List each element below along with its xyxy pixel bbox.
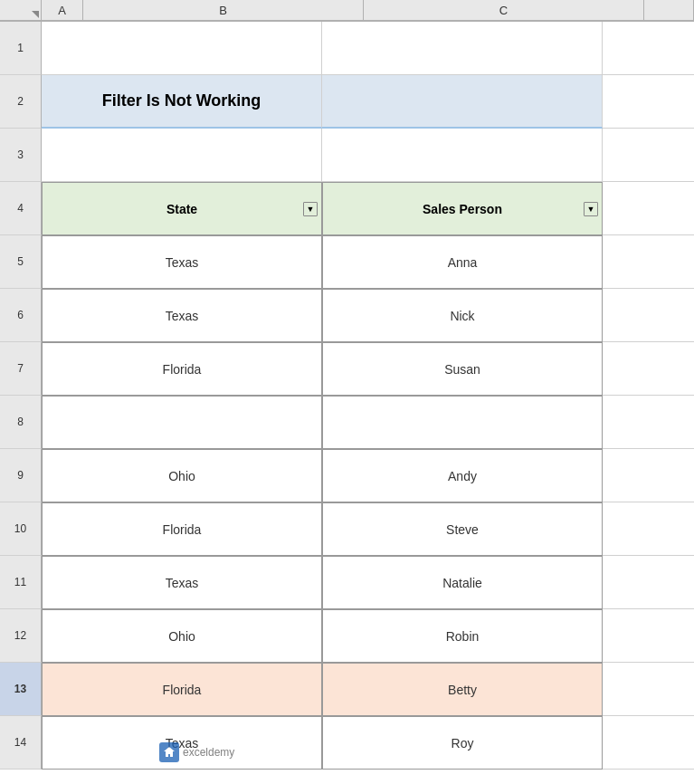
cell-state-10[interactable]: Florida [42,502,322,556]
cell-c3[interactable] [322,129,603,182]
cell-state-13[interactable]: Florida [42,663,322,716]
cell-d2 [603,75,694,129]
row-num-11[interactable]: 11 [0,556,42,609]
cell-sales-8[interactable] [322,396,603,449]
cell-sales-9[interactable]: Andy [322,449,603,502]
header-state[interactable]: State ▼ [42,182,322,235]
cell-state-11[interactable]: Texas [42,556,322,609]
cell-d5 [603,235,694,289]
table-row: Florida Steve [42,502,694,556]
cell-sales-7[interactable]: Susan [322,342,603,396]
header-state-label: State [166,202,197,216]
cell-sales-6[interactable]: Nick [322,289,603,342]
cell-b3[interactable] [42,129,322,182]
cell-c2[interactable] [322,75,603,129]
corner-cell [0,0,42,21]
cell-d13 [603,663,694,716]
spreadsheet-title[interactable]: Filter Is Not Working [42,75,322,129]
watermark-icon [159,742,179,762]
table-row: Florida Betty [42,663,694,716]
row-num-7[interactable]: 7 [0,342,42,396]
row-numbers: 1 2 3 4 5 6 7 8 9 10 11 12 13 14 [0,22,42,770]
cell-d3 [603,129,694,182]
cell-d9 [603,449,694,502]
table-row: Florida Susan [42,342,694,396]
cell-state-12[interactable]: Ohio [42,609,322,663]
row-num-1[interactable]: 1 [0,22,42,75]
cell-d8 [603,396,694,449]
data-area: Filter Is Not Working State ▼ Sales Pers… [42,22,694,770]
cell-d7 [603,342,694,396]
row-num-3[interactable]: 3 [0,129,42,182]
table-row: Filter Is Not Working [42,75,694,129]
table-row: Texas Nick [42,289,694,342]
cell-c1[interactable] [322,22,603,75]
table-row [42,22,694,75]
cell-sales-13[interactable]: Betty [322,663,603,716]
row-num-4[interactable]: 4 [0,182,42,235]
cell-state-7[interactable]: Florida [42,342,322,396]
cell-b1[interactable] [42,22,322,75]
table-row: Texas Roy exceldemy [42,716,694,770]
cell-d4 [603,182,694,235]
table-row [42,396,694,449]
filter-sales-person-button[interactable]: ▼ [584,202,598,216]
cell-state-6[interactable]: Texas [42,289,322,342]
home-icon [163,746,176,759]
cell-state-8[interactable] [42,396,322,449]
table-row: Texas Anna [42,235,694,289]
row-num-6[interactable]: 6 [0,289,42,342]
column-headers: A B C [0,0,694,22]
cell-state-9[interactable]: Ohio [42,449,322,502]
table-row [42,129,694,182]
table-row: Ohio Andy [42,449,694,502]
header-sales-person-label: Sales Person [423,202,502,216]
col-header-c[interactable]: C [364,0,644,21]
table-row: Ohio Robin [42,609,694,663]
header-sales-person[interactable]: Sales Person ▼ [322,182,603,235]
cell-sales-5[interactable]: Anna [322,235,603,289]
cell-state-5[interactable]: Texas [42,235,322,289]
row-num-13[interactable]: 13 [0,663,42,716]
cell-d6 [603,289,694,342]
cell-d10 [603,502,694,556]
row-num-8[interactable]: 8 [0,396,42,449]
cell-sales-10[interactable]: Steve [322,502,603,556]
row-num-10[interactable]: 10 [0,502,42,556]
table-row: State ▼ Sales Person ▼ [42,182,694,235]
watermark-text: exceldemy [183,746,234,759]
cell-d12 [603,609,694,663]
cell-d1 [603,22,694,75]
row-num-9[interactable]: 9 [0,449,42,502]
grid-area: 1 2 3 4 5 6 7 8 9 10 11 12 13 14 F [0,22,694,770]
row-num-2[interactable]: 2 [0,75,42,129]
col-header-d [644,0,694,21]
row-num-5[interactable]: 5 [0,235,42,289]
cell-sales-14[interactable]: Roy [322,716,603,770]
col-header-a[interactable]: A [42,0,83,21]
row-num-14[interactable]: 14 [0,716,42,770]
cell-sales-11[interactable]: Natalie [322,556,603,609]
filter-state-button[interactable]: ▼ [303,202,318,216]
row-num-12[interactable]: 12 [0,609,42,663]
cell-d14 [603,716,694,770]
cell-sales-12[interactable]: Robin [322,609,603,663]
col-header-b[interactable]: B [83,0,364,21]
watermark: exceldemy [159,742,234,762]
table-row: Texas Natalie [42,556,694,609]
cell-d11 [603,556,694,609]
